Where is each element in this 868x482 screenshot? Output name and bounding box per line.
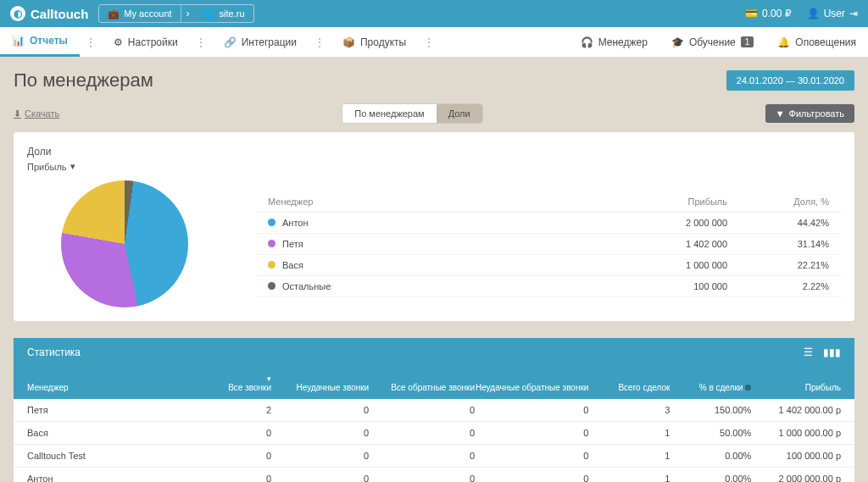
user-icon: 👤 [807,8,820,19]
nav-training-label: Обучение [689,36,736,48]
integrations-icon: 🔗 [224,36,236,48]
cell-failed-calls: 0 [271,474,369,482]
legend-profit: 2 000 000 [609,218,727,228]
cell-all-calls: 0 [190,474,271,482]
cell-failed-callbacks: 0 [475,451,588,461]
legend-row[interactable]: Петя1 402 00031.14% [256,234,841,255]
filter-button[interactable]: ▼ Фильтровать [765,104,854,123]
color-dot [268,240,275,247]
col-h-failed-callbacks[interactable]: Неудачные обратные звонки [475,383,588,392]
legend-profit: 1 402 000 [609,239,727,249]
legend-row[interactable]: Антон2 000 00044.42% [256,213,841,234]
nav-products[interactable]: 📦 Продукты [331,27,418,57]
col-h-manager[interactable]: Менеджер [27,383,190,392]
cell-profit: 100 000.00 р [751,451,841,461]
nav-settings-label: Настройки [128,36,178,48]
date-range-picker[interactable]: 24.01.2020 — 30.01.2020 [726,70,854,91]
column-view-icon[interactable]: ▮▮▮ [823,346,841,358]
nav-products-more[interactable]: ⋮ [418,27,440,57]
table-row[interactable]: Вася0000150.00%1 000 000.00 р [14,422,854,445]
legend-name: Остальные [268,281,609,291]
col-share: Доля, % [727,197,829,207]
col-h-failed-calls[interactable]: Неудачные звонки [271,383,369,392]
reports-icon: 📊 [12,35,25,47]
nav-reports-label: Отчеты [30,35,68,47]
download-link[interactable]: ⬇ Скачать [14,108,59,119]
wallet-icon: 💳 [745,8,758,19]
cell-profit: 2 000 000.00 р [751,474,841,482]
legend-profit: 1 000 000 [609,260,727,270]
view-tabs: По менеджерам Доли [342,103,482,124]
globe-icon: 🌐 [203,8,215,19]
legend-share: 31.14% [727,239,829,249]
download-label: Скачать [25,108,59,119]
page-header: По менеджерам 24.01.2020 — 30.01.2020 [0,58,868,103]
nav-integrations[interactable]: 🔗 Интеграции [212,27,309,57]
nav-reports[interactable]: 📊 Отчеты [0,27,80,57]
list-view-icon[interactable]: ☰ [804,346,813,358]
cell-total-deals: 1 [588,451,670,461]
topbar: ◐ Calltouch 💼 My account › 🌐 site.ru 💳 0… [0,0,868,27]
nav-notifications[interactable]: 🔔 Оповещения [765,27,868,57]
tab-managers[interactable]: По менеджерам [342,104,436,123]
manager-icon: 🎧 [581,36,593,48]
nav-settings-more[interactable]: ⋮ [190,27,212,57]
col-profit: Прибыль [609,197,727,207]
col-h-profit[interactable]: Прибыль [751,383,841,392]
cell-total-deals: 3 [588,405,670,415]
user-menu[interactable]: 👤 User ⇥ [807,8,858,19]
legend-row[interactable]: Вася1 000 00022.21% [256,255,841,276]
nav-manager[interactable]: 🎧 Менеджер [569,27,659,57]
breadcrumb-account[interactable]: 💼 My account [99,5,180,22]
table-row[interactable]: Антон000010.00%2 000 000.00 р [14,468,854,482]
toolbar: ⬇ Скачать По менеджерам Доли ▼ Фильтрова… [0,103,868,132]
logout-icon[interactable]: ⇥ [849,8,858,19]
nav-integrations-more[interactable]: ⋮ [309,27,331,57]
logo-icon: ◐ [10,6,25,21]
cell-failed-calls: 0 [271,451,369,461]
cell-all-callbacks: 0 [369,405,475,415]
chevron-down-icon: ▾ [70,161,75,172]
legend-name: Вася [268,260,609,270]
cell-total-deals: 1 [588,474,670,482]
cell-failed-callbacks: 0 [475,474,588,482]
cell-failed-calls: 0 [271,405,369,415]
brand-logo[interactable]: ◐ Calltouch [10,6,88,21]
metric-select[interactable]: Прибыль ▾ [27,161,841,172]
shares-card: Доли Прибыль ▾ Менеджер Прибыль Доля, % … [14,132,854,321]
col-h-total-deals[interactable]: Всего сделок [588,383,670,392]
col-h-all-callbacks[interactable]: Все обратные звонки [369,383,475,392]
cell-all-calls: 2 [190,405,271,415]
card-title: Доли [27,146,841,158]
pie-chart-wrap [27,180,222,307]
legend-header: Менеджер Прибыль Доля, % [256,191,841,213]
bell-icon: 🔔 [777,36,790,48]
products-icon: 📦 [342,36,355,48]
table-row[interactable]: Петя20003150.00%1 402 000.00 р [14,399,854,422]
cell-pct-deals: 0.00% [670,474,751,482]
nav-settings[interactable]: ⚙ Настройки [102,27,190,57]
nav-training[interactable]: 🎓 Обучение 1 [659,27,765,57]
cell-all-callbacks: 0 [369,451,475,461]
legend-row[interactable]: Остальные100 0002.22% [256,276,841,297]
stats-title: Статистика [27,346,81,358]
wallet[interactable]: 💳 0.00 ₽ [745,8,792,19]
cell-manager: Петя [27,405,190,415]
breadcrumb-site[interactable]: 🌐 site.ru [195,5,253,22]
legend-table: Менеджер Прибыль Доля, % Антон2 000 0004… [256,191,841,297]
info-icon[interactable] [745,385,751,391]
nav-reports-more[interactable]: ⋮ [80,27,102,57]
tab-shares[interactable]: Доли [437,104,482,123]
stats-body: Петя20003150.00%1 402 000.00 рВася000015… [14,399,854,482]
download-icon: ⬇ [14,108,21,119]
cell-all-callbacks: 0 [369,474,475,482]
table-row[interactable]: Calltouch Test000010.00%100 000.00 р [14,445,854,468]
col-h-all-calls[interactable]: ▾Все звонки [190,374,271,392]
color-dot [268,282,275,290]
breadcrumb-account-label: My account [124,8,171,19]
cell-total-deals: 1 [588,428,670,438]
breadcrumb: 💼 My account › 🌐 site.ru [98,4,253,23]
stats-column-headers: Менеджер ▾Все звонки Неудачные звонки Вс… [14,367,854,399]
color-dot [268,261,275,269]
col-h-pct-deals[interactable]: % в сделки [670,383,751,392]
